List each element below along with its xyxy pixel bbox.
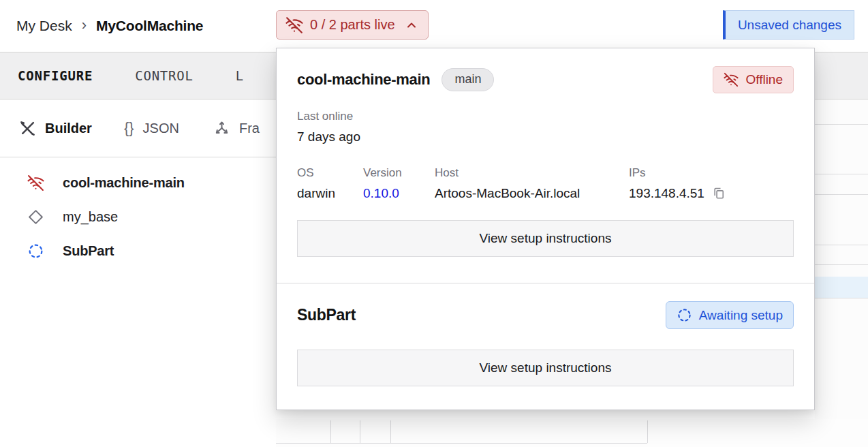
row-divider: [815, 264, 868, 265]
tab-control[interactable]: CONTROL: [135, 68, 193, 83]
wrench-icon: [19, 120, 36, 137]
table-grid-line: [330, 420, 331, 443]
view-mode-frame-label: Fra: [239, 121, 260, 136]
main-part-section: cool-machine-main main Offline: [277, 48, 814, 283]
row-divider: [815, 245, 868, 245]
row-divider: [815, 174, 868, 174]
wifi-off-icon: [285, 16, 303, 34]
version-value-link[interactable]: 0.10.0: [363, 186, 399, 201]
background-table-fragment: [276, 419, 868, 447]
version-label: Version: [363, 166, 435, 180]
os-value: darwin: [297, 186, 363, 201]
awaiting-setup-label: Awaiting setup: [699, 308, 783, 323]
wifi-off-icon: [27, 174, 44, 191]
view-mode-json-label: JSON: [143, 121, 179, 136]
copy-icon[interactable]: [712, 187, 726, 200]
dashed-circle-icon: [27, 243, 44, 260]
parts-live-status-button[interactable]: 0 / 2 parts live: [276, 10, 429, 40]
tab-configure[interactable]: CONFIGURE: [18, 68, 93, 83]
tree-item-subpart[interactable]: SubPart: [0, 234, 275, 268]
breadcrumb-location[interactable]: My Desk: [16, 18, 72, 34]
breadcrumb: My Desk › MyCoolMachine: [16, 0, 203, 52]
row-divider: [815, 194, 868, 195]
breadcrumb-machine-name: MyCoolMachine: [96, 18, 203, 34]
last-online-label: Last online: [297, 110, 794, 123]
tree-item-label: SubPart: [63, 243, 114, 259]
top-header: My Desk › MyCoolMachine 0 / 2 parts live…: [0, 0, 868, 52]
dashed-circle-icon: [677, 307, 692, 323]
parts-status-popover: cool-machine-main main Offline: [276, 48, 815, 410]
unsaved-changes-label: Unsaved changes: [738, 18, 841, 33]
tab-logs-truncated[interactable]: L: [236, 68, 244, 83]
tree-item-my-base[interactable]: my_base: [0, 200, 275, 234]
host-value: Artoos-MacBook-Air.local: [435, 186, 629, 201]
tree-item-label: my_base: [63, 209, 118, 225]
sub-part-section: SubPart Awaiting setup View setup instru…: [277, 283, 814, 410]
last-online-value: 7 days ago: [297, 129, 794, 144]
host-label: Host: [435, 166, 629, 180]
table-grid-line: [390, 420, 391, 443]
table-grid-line: [276, 443, 647, 444]
offline-status-label: Offline: [745, 72, 783, 87]
row-divider: [815, 298, 868, 298]
diamond-icon: [27, 209, 44, 226]
background-config-rows: [815, 99, 868, 447]
view-mode-frame[interactable]: Fra: [213, 120, 260, 137]
os-label: OS: [297, 166, 363, 180]
sub-setup-instructions-button[interactable]: View setup instructions: [297, 350, 794, 386]
part-meta-table: OS Version Host IPs darwin 0.10.0 Artoos…: [297, 166, 794, 201]
view-mode-json[interactable]: {} JSON: [124, 119, 179, 137]
main-setup-instructions-button[interactable]: View setup instructions: [297, 220, 794, 257]
main-part-tag: main: [441, 68, 494, 91]
awaiting-setup-badge: Awaiting setup: [666, 301, 794, 329]
main-part-name: cool-machine-main: [297, 71, 430, 89]
highlighted-row: [815, 277, 868, 298]
parts-live-label: 0 / 2 parts live: [310, 17, 395, 33]
unsaved-changes-button[interactable]: Unsaved changes: [723, 10, 854, 40]
row-divider: [815, 124, 868, 125]
table-grid-line: [360, 420, 360, 443]
offline-status-badge: Offline: [713, 66, 794, 93]
component-tree: cool-machine-main my_base SubPart: [0, 157, 275, 268]
sub-part-name: SubPart: [297, 306, 356, 324]
wifi-off-icon: [724, 72, 739, 87]
view-mode-builder[interactable]: Builder: [19, 120, 92, 137]
chevron-up-icon: [405, 18, 418, 32]
braces-icon: {}: [124, 119, 134, 137]
table-grid-line: [647, 420, 648, 443]
tree-item-cool-machine-main[interactable]: cool-machine-main: [0, 166, 275, 200]
tree-item-label: cool-machine-main: [63, 175, 185, 191]
breadcrumb-separator-icon: ›: [82, 16, 87, 36]
ips-label: IPs: [629, 166, 794, 180]
ips-value: 193.148.4.51: [629, 186, 704, 201]
view-mode-builder-label: Builder: [45, 121, 92, 136]
frame-axes-icon: [213, 120, 230, 137]
